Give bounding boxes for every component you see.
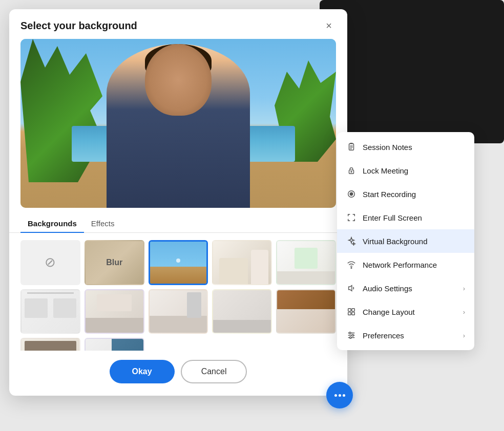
thumb-beach[interactable] xyxy=(149,240,208,285)
menu-item-network-performance[interactable]: Network Performance xyxy=(337,253,474,276)
svg-point-11 xyxy=(352,334,354,336)
tab-backgrounds[interactable]: Backgrounds xyxy=(20,215,84,233)
thumb-none[interactable]: ⊘ xyxy=(20,240,80,285)
menu-label-change-layout: Change Layout xyxy=(363,308,457,316)
okay-button[interactable]: Okay xyxy=(110,360,175,383)
fab-dots xyxy=(334,394,345,397)
menu-label-preferences: Preferences xyxy=(363,331,457,340)
thumb-room2[interactable] xyxy=(276,240,336,285)
close-button[interactable]: × xyxy=(322,18,336,33)
clipboard-icon xyxy=(346,142,356,152)
menu-label-network-performance: Network Performance xyxy=(363,261,465,269)
thumb-room5[interactable] xyxy=(149,289,208,334)
modal-title: Select your background xyxy=(20,20,137,32)
record-icon xyxy=(346,189,356,199)
context-menu: Session Notes Lock Meeting Start Reco xyxy=(337,132,474,350)
thumb-room4[interactable] xyxy=(85,289,144,334)
svg-point-2 xyxy=(351,171,352,173)
arrow-audio-settings: › xyxy=(463,285,465,292)
thumb-room7[interactable] xyxy=(276,289,336,334)
person-silhouette xyxy=(107,44,250,208)
sparkle-icon xyxy=(346,236,356,246)
tab-effects[interactable]: Effects xyxy=(84,215,122,233)
modal-buttons: Okay Cancel xyxy=(9,351,347,383)
svg-rect-0 xyxy=(349,144,354,150)
fab-dot-3 xyxy=(343,394,345,397)
thumb-room3[interactable] xyxy=(20,289,80,334)
dark-background xyxy=(320,0,504,143)
menu-label-enter-fullscreen: Enter Full Screen xyxy=(363,213,465,222)
fab-dot-1 xyxy=(334,394,337,397)
menu-label-audio-settings: Audio Settings xyxy=(363,284,457,293)
menu-label-start-recording: Start Recording xyxy=(363,190,465,199)
svg-rect-6 xyxy=(348,309,351,311)
svg-point-10 xyxy=(349,332,351,334)
svg-point-12 xyxy=(349,337,351,339)
person-head xyxy=(145,44,212,116)
lock-icon xyxy=(346,165,356,176)
menu-item-start-recording[interactable]: Start Recording xyxy=(337,182,474,206)
svg-rect-9 xyxy=(352,312,354,315)
thumb-blur[interactable]: Blur xyxy=(85,240,144,285)
svg-rect-7 xyxy=(352,309,354,311)
arrow-preferences: › xyxy=(463,332,465,339)
tabs-container: Backgrounds Effects xyxy=(9,208,347,233)
menu-item-virtual-background[interactable]: Virtual Background xyxy=(337,229,474,253)
preview-area xyxy=(20,39,336,208)
modal-header: Select your background × xyxy=(9,9,347,39)
scene: Select your background × Backgrounds xyxy=(0,0,504,431)
thumb-room9[interactable] xyxy=(85,338,144,351)
wifi-icon xyxy=(346,260,356,270)
svg-point-4 xyxy=(350,192,352,195)
menu-item-session-notes[interactable]: Session Notes xyxy=(337,135,474,159)
thumb-room8[interactable] xyxy=(20,338,80,351)
menu-item-enter-fullscreen[interactable]: Enter Full Screen xyxy=(337,206,474,229)
speaker-icon xyxy=(346,283,356,293)
menu-label-virtual-background: Virtual Background xyxy=(363,237,465,246)
fullscreen-icon xyxy=(346,212,356,223)
sliders-icon xyxy=(346,330,356,340)
layout-icon xyxy=(346,307,356,317)
menu-item-change-layout[interactable]: Change Layout › xyxy=(337,300,474,324)
thumb-room6[interactable] xyxy=(212,289,272,334)
svg-point-5 xyxy=(351,267,352,268)
arrow-change-layout: › xyxy=(463,308,465,316)
fab-button[interactable] xyxy=(326,382,353,408)
menu-item-lock-meeting[interactable]: Lock Meeting xyxy=(337,159,474,182)
menu-label-session-notes: Session Notes xyxy=(363,143,465,152)
svg-rect-8 xyxy=(348,312,351,315)
menu-label-lock-meeting: Lock Meeting xyxy=(363,166,465,175)
beach-scene xyxy=(20,39,336,208)
thumbnails-grid: ⊘ Blur xyxy=(9,233,347,351)
thumb-room1[interactable] xyxy=(212,240,272,285)
cancel-button[interactable]: Cancel xyxy=(181,360,247,383)
modal-dialog: Select your background × Backgrounds xyxy=(9,9,347,396)
menu-item-audio-settings[interactable]: Audio Settings › xyxy=(337,276,474,300)
menu-item-preferences[interactable]: Preferences › xyxy=(337,324,474,347)
fab-dot-2 xyxy=(339,394,341,397)
